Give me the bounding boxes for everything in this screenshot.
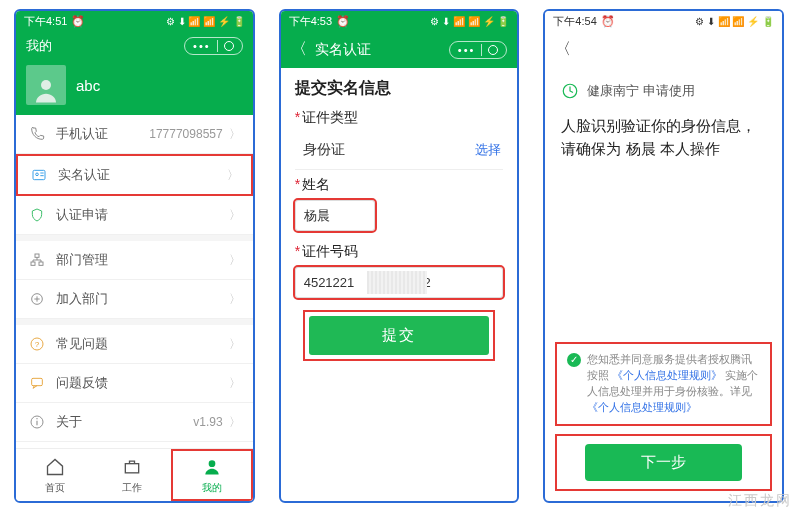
- phone-screen-face-verify: 下午4:54 ⏰ ⚙ ⬇ 📶 📶 ⚡ 🔋 〈 健康南宁 申请使用 人脸识别验证你…: [543, 9, 784, 503]
- tab-work[interactable]: 工作: [94, 449, 172, 501]
- name-input[interactable]: [295, 200, 375, 231]
- home-icon: [45, 457, 65, 479]
- briefcase-icon: [122, 457, 142, 479]
- consent-box: ✓ 您知悉并同意服务提供者授权腾讯按照 《个人信息处理规则》 实施个人信息处理并…: [555, 342, 772, 426]
- id-type-value: 身份证: [303, 141, 345, 159]
- choose-link[interactable]: 选择: [475, 141, 501, 159]
- list-item-label: 关于: [56, 413, 193, 431]
- page-title: 我的: [26, 37, 52, 55]
- redaction-mask: [367, 271, 427, 294]
- chevron-right-icon: 〉: [229, 375, 241, 392]
- chevron-right-icon: 〉: [229, 207, 241, 224]
- tab-label: 工作: [122, 481, 142, 495]
- app-brand: 健康南宁 申请使用: [545, 68, 782, 108]
- list-item-value: 17777098557: [149, 127, 222, 141]
- list-item-dept-manage[interactable]: 部门管理 〉: [16, 241, 253, 280]
- status-bar: 下午4:51 ⏰ ⚙ ⬇ 📶 📶 ⚡ 🔋: [16, 11, 253, 31]
- svg-rect-6: [31, 262, 35, 265]
- svg-rect-13: [32, 378, 43, 385]
- label-idnum: 证件号码: [295, 243, 504, 261]
- phone-icon: [28, 126, 46, 142]
- list-item-realname-verify[interactable]: 实名认证 〉: [16, 154, 253, 196]
- svg-rect-5: [35, 254, 39, 257]
- list-item-value: v1.93: [193, 415, 222, 429]
- list-item-label: 常见问题: [56, 335, 229, 353]
- mini-program-capsule[interactable]: •••: [449, 41, 508, 59]
- form-title: 提交实名信息: [295, 78, 504, 99]
- appbar: 〈: [545, 31, 782, 68]
- phone-screen-realname-form: 下午4:53 ⏰ ⚙ ⬇ 📶 📶 ⚡ 🔋 〈 实名认证 ••• 提交实名信息 证…: [279, 9, 520, 503]
- alarm-icon: ⏰: [601, 15, 615, 28]
- svg-rect-1: [33, 170, 45, 179]
- status-right-icons: ⚙ ⬇ 📶 📶 ⚡ 🔋: [166, 16, 245, 27]
- face-verify-message: 人脸识别验证你的身份信息，请确保为 杨晨 本人操作: [545, 108, 782, 167]
- list-item-cert-apply[interactable]: 认证申请 〉: [16, 196, 253, 235]
- phone-screen-profile: 下午4:51 ⏰ ⚙ ⬇ 📶 📶 ⚡ 🔋 我的 ••• abc 手机认证 177…: [14, 9, 255, 503]
- person-icon: [31, 75, 61, 105]
- list-item-join-dept[interactable]: 加入部门 〉: [16, 280, 253, 319]
- status-time: 下午4:54: [553, 14, 596, 29]
- mini-program-capsule[interactable]: •••: [184, 37, 243, 55]
- submit-highlight: 提交: [303, 310, 496, 361]
- svg-point-18: [209, 460, 216, 467]
- alarm-icon: ⏰: [71, 15, 85, 28]
- status-bar: 下午4:54 ⏰ ⚙ ⬇ 📶 📶 ⚡ 🔋: [545, 11, 782, 31]
- idcard-icon: [30, 167, 48, 183]
- list-item-label: 问题反馈: [56, 374, 229, 392]
- brand-text: 健康南宁 申请使用: [587, 82, 695, 100]
- realname-form: 提交实名信息 证件类型 身份证 选择 姓名 证件号码 4521221 12 提交: [281, 68, 518, 501]
- list-item-label: 加入部门: [56, 290, 229, 308]
- status-bar: 下午4:53 ⏰ ⚙ ⬇ 📶 📶 ⚡ 🔋: [281, 11, 518, 31]
- status-right-icons: ⚙ ⬇ 📶 📶 ⚡ 🔋: [430, 16, 509, 27]
- back-icon[interactable]: 〈: [291, 39, 307, 60]
- appbar-title: 实名认证: [315, 41, 371, 59]
- chevron-right-icon: 〉: [229, 414, 241, 431]
- checked-circle-icon[interactable]: ✓: [567, 353, 581, 367]
- privacy-link[interactable]: 《个人信息处理规则》: [612, 369, 722, 381]
- list-item-faq[interactable]: ? 常见问题 〉: [16, 325, 253, 364]
- tab-label: 首页: [45, 481, 65, 495]
- next-highlight: 下一步: [555, 434, 772, 491]
- privacy-link[interactable]: 《个人信息处理规则》: [587, 401, 697, 413]
- svg-point-0: [41, 80, 51, 90]
- feedback-icon: [28, 375, 46, 391]
- label-id-type: 证件类型: [295, 109, 504, 127]
- svg-rect-7: [39, 262, 43, 265]
- status-time: 下午4:53: [289, 14, 332, 29]
- join-icon: [28, 291, 46, 307]
- appbar: 〈 实名认证 •••: [281, 31, 518, 68]
- chevron-right-icon: 〉: [229, 291, 241, 308]
- label-name: 姓名: [295, 176, 504, 194]
- bottom-nav: 首页 工作 我的: [16, 448, 253, 501]
- avatar[interactable]: [26, 65, 66, 105]
- chevron-right-icon: 〉: [229, 336, 241, 353]
- close-circle-icon: [224, 41, 234, 51]
- back-icon[interactable]: 〈: [555, 39, 571, 60]
- submit-button[interactable]: 提交: [309, 316, 490, 355]
- more-dots-icon: •••: [193, 40, 211, 52]
- svg-point-16: [36, 418, 37, 419]
- list-item-feedback[interactable]: 问题反馈 〉: [16, 364, 253, 403]
- next-button[interactable]: 下一步: [585, 444, 742, 481]
- list-item-phone-verify[interactable]: 手机认证 17777098557 〉: [16, 115, 253, 154]
- tree-icon: [28, 252, 46, 268]
- svg-rect-17: [126, 464, 139, 473]
- chevron-right-icon: 〉: [229, 252, 241, 269]
- idnum-prefix: 4521221: [304, 275, 355, 290]
- shield-icon: [28, 207, 46, 223]
- id-type-select[interactable]: 身份证 选择: [295, 133, 504, 170]
- username: abc: [76, 77, 100, 94]
- settings-list: 手机认证 17777098557 〉 实名认证 〉 认证申请 〉 部门管理 〉 …: [16, 115, 253, 448]
- info-icon: [28, 414, 46, 430]
- tab-mine[interactable]: 我的: [171, 449, 253, 501]
- status-time: 下午4:51: [24, 14, 67, 29]
- chevron-right-icon: 〉: [229, 126, 241, 143]
- brand-logo-icon: [561, 82, 579, 100]
- profile-header: 我的 ••• abc: [16, 31, 253, 115]
- alarm-icon: ⏰: [336, 15, 350, 28]
- consent-text: 您知悉并同意服务提供者授权腾讯按照 《个人信息处理规则》 实施个人信息处理并用于…: [587, 352, 760, 416]
- help-icon: ?: [28, 336, 46, 352]
- list-item-about[interactable]: 关于 v1.93 〉: [16, 403, 253, 442]
- tab-home[interactable]: 首页: [16, 449, 94, 501]
- chevron-right-icon: 〉: [227, 167, 239, 184]
